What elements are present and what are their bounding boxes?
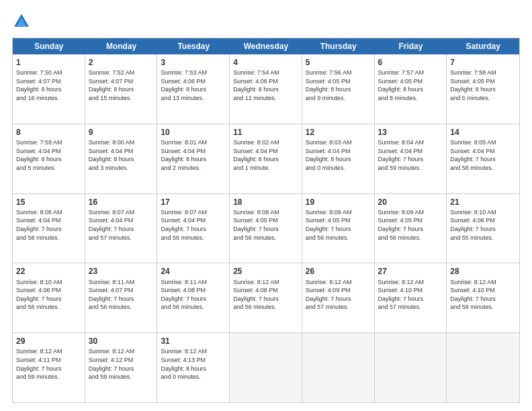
day-cell-6: 6Sunrise: 7:57 AM Sunset: 4:05 PM Daylig… (375, 54, 447, 124)
day-cell-29: 29Sunrise: 8:12 AM Sunset: 4:11 PM Dayli… (13, 333, 85, 402)
day-number: 1 (16, 57, 81, 68)
calendar-body: 1Sunrise: 7:50 AM Sunset: 4:07 PM Daylig… (13, 54, 519, 402)
day-info: Sunrise: 8:11 AM Sunset: 4:07 PM Dayligh… (89, 278, 154, 312)
day-cell-15: 15Sunrise: 8:06 AM Sunset: 4:04 PM Dayli… (13, 194, 85, 263)
day-cell-5: 5Sunrise: 7:56 AM Sunset: 4:05 PM Daylig… (302, 54, 375, 124)
day-cell-21: 21Sunrise: 8:10 AM Sunset: 4:06 PM Dayli… (447, 194, 519, 263)
day-cell-12: 12Sunrise: 8:03 AM Sunset: 4:04 PM Dayli… (302, 124, 375, 193)
day-info: Sunrise: 7:58 AM Sunset: 4:05 PM Dayligh… (450, 68, 516, 102)
day-info: Sunrise: 8:12 AM Sunset: 4:09 PM Dayligh… (306, 278, 371, 312)
week-row-2: 8Sunrise: 7:59 AM Sunset: 4:04 PM Daylig… (13, 124, 519, 194)
day-number: 10 (161, 127, 226, 138)
day-cell-3: 3Sunrise: 7:53 AM Sunset: 4:06 PM Daylig… (157, 54, 230, 124)
day-number: 28 (450, 266, 516, 277)
day-number: 25 (233, 266, 298, 277)
header-day-thursday: Thursday (302, 38, 375, 54)
day-number: 20 (378, 197, 443, 208)
day-cell-8: 8Sunrise: 7:59 AM Sunset: 4:04 PM Daylig… (13, 124, 85, 193)
day-info: Sunrise: 7:57 AM Sunset: 4:05 PM Dayligh… (378, 68, 443, 102)
day-info: Sunrise: 8:01 AM Sunset: 4:04 PM Dayligh… (161, 138, 226, 172)
day-info: Sunrise: 8:07 AM Sunset: 4:04 PM Dayligh… (89, 208, 154, 242)
day-info: Sunrise: 7:56 AM Sunset: 4:05 PM Dayligh… (306, 68, 371, 102)
week-row-4: 22Sunrise: 8:10 AM Sunset: 4:06 PM Dayli… (13, 263, 519, 333)
day-info: Sunrise: 8:12 AM Sunset: 4:10 PM Dayligh… (450, 278, 516, 312)
day-number: 29 (16, 336, 81, 347)
calendar: SundayMondayTuesdayWednesdayThursdayFrid… (12, 38, 520, 403)
day-number: 12 (306, 127, 371, 138)
day-number: 15 (16, 197, 81, 208)
day-cell-27: 27Sunrise: 8:12 AM Sunset: 4:10 PM Dayli… (375, 263, 447, 332)
day-number: 19 (306, 197, 371, 208)
day-info: Sunrise: 8:09 AM Sunset: 4:05 PM Dayligh… (306, 208, 371, 242)
header-day-saturday: Saturday (447, 38, 519, 54)
day-cell-24: 24Sunrise: 8:11 AM Sunset: 4:08 PM Dayli… (157, 263, 230, 332)
day-info: Sunrise: 8:11 AM Sunset: 4:08 PM Dayligh… (161, 278, 226, 312)
day-cell-2: 2Sunrise: 7:52 AM Sunset: 4:07 PM Daylig… (85, 54, 158, 124)
day-cell-25: 25Sunrise: 8:12 AM Sunset: 4:08 PM Dayli… (230, 263, 302, 332)
day-number: 31 (161, 336, 226, 347)
day-cell-19: 19Sunrise: 8:09 AM Sunset: 4:05 PM Dayli… (302, 194, 375, 263)
day-cell-20: 20Sunrise: 8:09 AM Sunset: 4:05 PM Dayli… (375, 194, 447, 263)
day-number: 17 (161, 197, 226, 208)
day-cell-17: 17Sunrise: 8:07 AM Sunset: 4:04 PM Dayli… (157, 194, 230, 263)
header-day-wednesday: Wednesday (230, 38, 302, 54)
empty-cell (375, 333, 447, 402)
day-info: Sunrise: 7:53 AM Sunset: 4:06 PM Dayligh… (161, 68, 226, 102)
day-cell-18: 18Sunrise: 8:08 AM Sunset: 4:05 PM Dayli… (230, 194, 302, 263)
day-number: 9 (89, 127, 154, 138)
day-cell-1: 1Sunrise: 7:50 AM Sunset: 4:07 PM Daylig… (13, 54, 85, 124)
day-cell-7: 7Sunrise: 7:58 AM Sunset: 4:05 PM Daylig… (447, 54, 519, 124)
header-day-friday: Friday (375, 38, 447, 54)
day-info: Sunrise: 8:06 AM Sunset: 4:04 PM Dayligh… (16, 208, 81, 242)
week-row-1: 1Sunrise: 7:50 AM Sunset: 4:07 PM Daylig… (13, 54, 519, 124)
day-info: Sunrise: 8:12 AM Sunset: 4:10 PM Dayligh… (378, 278, 443, 312)
day-cell-11: 11Sunrise: 8:02 AM Sunset: 4:04 PM Dayli… (230, 124, 302, 193)
day-number: 6 (378, 57, 443, 68)
day-number: 7 (450, 57, 516, 68)
day-info: Sunrise: 8:12 AM Sunset: 4:12 PM Dayligh… (89, 347, 154, 381)
day-info: Sunrise: 8:12 AM Sunset: 4:08 PM Dayligh… (233, 278, 298, 312)
week-row-5: 29Sunrise: 8:12 AM Sunset: 4:11 PM Dayli… (13, 333, 519, 402)
calendar-header: SundayMondayTuesdayWednesdayThursdayFrid… (13, 38, 519, 54)
day-info: Sunrise: 8:04 AM Sunset: 4:04 PM Dayligh… (378, 138, 443, 172)
day-info: Sunrise: 8:02 AM Sunset: 4:04 PM Dayligh… (233, 138, 298, 172)
header (12, 12, 520, 31)
day-number: 24 (161, 266, 226, 277)
day-cell-30: 30Sunrise: 8:12 AM Sunset: 4:12 PM Dayli… (85, 333, 158, 402)
day-cell-14: 14Sunrise: 8:05 AM Sunset: 4:04 PM Dayli… (447, 124, 519, 193)
day-info: Sunrise: 8:05 AM Sunset: 4:04 PM Dayligh… (450, 138, 516, 172)
empty-cell (230, 333, 302, 402)
day-number: 4 (233, 57, 298, 68)
day-cell-23: 23Sunrise: 8:11 AM Sunset: 4:07 PM Dayli… (85, 263, 158, 332)
header-day-monday: Monday (85, 38, 158, 54)
day-number: 3 (161, 57, 226, 68)
day-cell-4: 4Sunrise: 7:54 AM Sunset: 4:06 PM Daylig… (230, 54, 302, 124)
page: SundayMondayTuesdayWednesdayThursdayFrid… (0, 0, 532, 411)
day-info: Sunrise: 8:10 AM Sunset: 4:06 PM Dayligh… (450, 208, 516, 242)
day-cell-10: 10Sunrise: 8:01 AM Sunset: 4:04 PM Dayli… (157, 124, 230, 193)
day-info: Sunrise: 7:50 AM Sunset: 4:07 PM Dayligh… (16, 68, 81, 102)
day-number: 13 (378, 127, 443, 138)
day-number: 5 (306, 57, 371, 68)
day-cell-16: 16Sunrise: 8:07 AM Sunset: 4:04 PM Dayli… (85, 194, 158, 263)
day-cell-9: 9Sunrise: 8:00 AM Sunset: 4:04 PM Daylig… (85, 124, 158, 193)
logo (12, 12, 34, 31)
day-info: Sunrise: 7:59 AM Sunset: 4:04 PM Dayligh… (16, 138, 81, 172)
logo-icon (12, 12, 31, 31)
day-info: Sunrise: 8:07 AM Sunset: 4:04 PM Dayligh… (161, 208, 226, 242)
day-number: 23 (89, 266, 154, 277)
day-number: 11 (233, 127, 298, 138)
day-info: Sunrise: 8:12 AM Sunset: 4:11 PM Dayligh… (16, 347, 81, 381)
day-number: 21 (450, 197, 516, 208)
header-day-tuesday: Tuesday (157, 38, 230, 54)
empty-cell (302, 333, 375, 402)
day-cell-13: 13Sunrise: 8:04 AM Sunset: 4:04 PM Dayli… (375, 124, 447, 193)
day-info: Sunrise: 8:12 AM Sunset: 4:13 PM Dayligh… (161, 347, 226, 381)
day-cell-22: 22Sunrise: 8:10 AM Sunset: 4:06 PM Dayli… (13, 263, 85, 332)
day-info: Sunrise: 7:52 AM Sunset: 4:07 PM Dayligh… (89, 68, 154, 102)
header-day-sunday: Sunday (13, 38, 85, 54)
day-info: Sunrise: 8:10 AM Sunset: 4:06 PM Dayligh… (16, 278, 81, 312)
day-number: 27 (378, 266, 443, 277)
day-number: 26 (306, 266, 371, 277)
day-number: 18 (233, 197, 298, 208)
